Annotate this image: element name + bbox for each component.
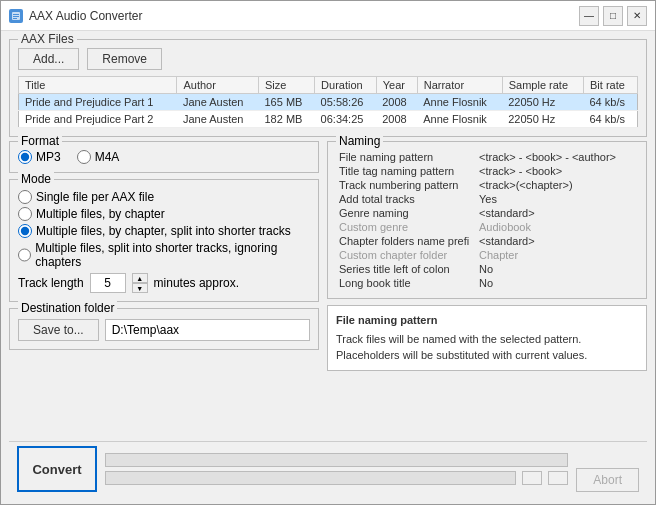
destination-path[interactable] <box>105 319 310 341</box>
progress-section <box>105 453 568 485</box>
format-mp3-radio[interactable] <box>18 150 32 164</box>
mode-chapter-radio[interactable] <box>18 207 32 221</box>
mode-ignore-chapter[interactable]: Multiple files, split into shorter track… <box>18 241 310 269</box>
naming-row: Add total tracksYes <box>336 192 638 206</box>
table-row[interactable]: Pride and Prejudice Part 1Jane Austen165… <box>19 94 638 111</box>
minimize-button[interactable]: — <box>579 6 599 26</box>
mode-split-chapter-radio[interactable] <box>18 224 32 238</box>
naming-row: Chapter folders name prefi<standard> <box>336 234 638 248</box>
col-duration: Duration <box>315 77 377 94</box>
progress-row <box>105 471 568 485</box>
table-cell: Anne Flosnik <box>417 94 502 111</box>
naming-row-label: Chapter folders name prefi <box>336 234 476 248</box>
description-title: File naming pattern <box>336 312 638 329</box>
abort-button[interactable]: Abort <box>576 468 639 492</box>
mode-ignore-chapter-radio[interactable] <box>18 248 31 262</box>
table-cell: 22050 Hz <box>502 94 583 111</box>
maximize-button[interactable]: □ <box>603 6 623 26</box>
table-row[interactable]: Pride and Prejudice Part 2Jane Austen182… <box>19 111 638 128</box>
track-length-suffix: minutes approx. <box>154 276 239 290</box>
aax-files-toolbar: Add... Remove <box>18 48 638 70</box>
naming-row-value: Yes <box>476 192 638 206</box>
table-cell: 06:34:25 <box>315 111 377 128</box>
naming-row-label: Genre naming <box>336 206 476 220</box>
naming-row: Custom chapter folderChapter <box>336 248 638 262</box>
spinner-up[interactable]: ▲ <box>132 273 148 283</box>
format-group: Format MP3 M4A <box>9 141 319 173</box>
naming-row: Long book titleNo <box>336 276 638 290</box>
window-title: AAX Audio Converter <box>29 9 142 23</box>
convert-button[interactable]: Convert <box>17 446 97 492</box>
naming-row: Series title left of colonNo <box>336 262 638 276</box>
mode-options: Single file per AAX file Multiple files,… <box>18 190 310 269</box>
file-table: Title Author Size Duration Year Narrator… <box>18 76 638 128</box>
left-panel: Format MP3 M4A Mode <box>9 141 319 437</box>
naming-row-label: Custom genre <box>336 220 476 234</box>
naming-row-label: Long book title <box>336 276 476 290</box>
spinner-down[interactable]: ▼ <box>132 283 148 293</box>
naming-row-value: <track> - <book> <box>476 164 638 178</box>
title-bar: AAX Audio Converter — □ ✕ <box>1 1 655 31</box>
close-button[interactable]: ✕ <box>627 6 647 26</box>
table-cell: Anne Flosnik <box>417 111 502 128</box>
add-button[interactable]: Add... <box>18 48 79 70</box>
format-m4a-radio[interactable] <box>77 150 91 164</box>
naming-row-label: Track numbering pattern <box>336 178 476 192</box>
destination-label: Destination folder <box>18 301 117 315</box>
col-year: Year <box>376 77 417 94</box>
right-panel: Naming File naming pattern<track> - <boo… <box>327 141 647 437</box>
format-m4a[interactable]: M4A <box>77 150 120 164</box>
description-box: File naming pattern Track files will be … <box>327 305 647 371</box>
remove-button[interactable]: Remove <box>87 48 162 70</box>
table-cell: 64 kb/s <box>584 111 638 128</box>
destination-group: Destination folder Save to... <box>9 308 319 350</box>
table-cell: 2008 <box>376 111 417 128</box>
mode-single[interactable]: Single file per AAX file <box>18 190 310 204</box>
svg-rect-2 <box>13 16 19 17</box>
progress-bar-outer <box>105 453 568 467</box>
naming-label: Naming <box>336 134 383 148</box>
naming-row: Track numbering pattern<track>(<chapter>… <box>336 178 638 192</box>
table-cell: Jane Austen <box>177 94 259 111</box>
mode-chapter[interactable]: Multiple files, by chapter <box>18 207 310 221</box>
mode-single-label: Single file per AAX file <box>36 190 154 204</box>
aax-files-label: AAX Files <box>18 32 77 46</box>
naming-row-label: Title tag naming pattern <box>336 164 476 178</box>
table-cell: Pride and Prejudice Part 1 <box>19 94 177 111</box>
mode-label: Mode <box>18 172 54 186</box>
col-bit-rate: Bit rate <box>584 77 638 94</box>
table-cell: 165 MB <box>258 94 314 111</box>
naming-table: File naming pattern<track> - <book> - <a… <box>336 150 638 290</box>
main-window: AAX Audio Converter — □ ✕ AAX Files Add.… <box>0 0 656 505</box>
mode-group: Mode Single file per AAX file Multiple f… <box>9 179 319 302</box>
col-narrator: Narrator <box>417 77 502 94</box>
description-text: Track files will be named with the selec… <box>336 331 638 364</box>
naming-row-label: Series title left of colon <box>336 262 476 276</box>
mode-single-radio[interactable] <box>18 190 32 204</box>
main-content: AAX Files Add... Remove Title Author Siz… <box>1 31 655 504</box>
track-length-label: Track length <box>18 276 84 290</box>
mode-split-chapter-label: Multiple files, by chapter, split into s… <box>36 224 291 238</box>
format-mp3[interactable]: MP3 <box>18 150 61 164</box>
table-cell: 2008 <box>376 94 417 111</box>
format-label: Format <box>18 134 62 148</box>
track-length-input[interactable] <box>90 273 126 293</box>
col-size: Size <box>258 77 314 94</box>
naming-row-value: No <box>476 276 638 290</box>
naming-row-value: Audiobook <box>476 220 638 234</box>
aax-files-group: AAX Files Add... Remove Title Author Siz… <box>9 39 647 137</box>
naming-row: Title tag naming pattern<track> - <book> <box>336 164 638 178</box>
small-btn-1[interactable] <box>522 471 542 485</box>
table-cell: 05:58:26 <box>315 94 377 111</box>
title-bar-left: AAX Audio Converter <box>9 9 142 23</box>
save-to-button[interactable]: Save to... <box>18 319 99 341</box>
small-btn-2[interactable] <box>548 471 568 485</box>
destination-row: Save to... <box>18 319 310 341</box>
naming-row-value: <standard> <box>476 206 638 220</box>
naming-row-label: Custom chapter folder <box>336 248 476 262</box>
col-sample-rate: Sample rate <box>502 77 583 94</box>
naming-row: Genre naming<standard> <box>336 206 638 220</box>
naming-row-value: <track>(<chapter>) <box>476 178 638 192</box>
mode-split-chapter[interactable]: Multiple files, by chapter, split into s… <box>18 224 310 238</box>
svg-rect-3 <box>13 18 17 19</box>
